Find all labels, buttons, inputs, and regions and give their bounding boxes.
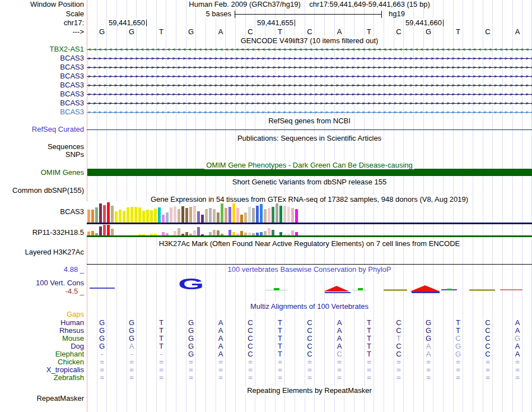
layered-h3k27ac-label[interactable]: Layered H3K27Ac xyxy=(0,248,84,256)
gtex-rp11-bars[interactable] xyxy=(87,225,300,235)
gtex-tissue-bar xyxy=(236,208,239,223)
gene-label-bcas3[interactable]: BCAS3 xyxy=(0,108,84,116)
conservation-mark xyxy=(412,291,440,293)
alignment-base: G xyxy=(452,350,464,358)
gene-label-tbx2-as1[interactable]: TBX2-AS1 xyxy=(0,45,84,53)
refseq-track-title: RefSeq genes from NCBI xyxy=(87,117,532,125)
multiz-title-text: Multiz Alignments of 100 Vertebrates xyxy=(249,302,370,311)
gene-label-bcas3[interactable]: BCAS3 xyxy=(0,54,84,62)
gtex-tissue-bar xyxy=(295,209,298,223)
base-letter: C xyxy=(304,28,316,36)
alignment-base: = xyxy=(393,358,405,366)
gtex-tissue-bar xyxy=(221,203,223,223)
gene-strand-arrows: >>>>>>>>>>>>>>>>>>>>>>>>>>>>>>>>>>>>>>>>… xyxy=(88,54,532,63)
alignment-base: = xyxy=(511,358,524,366)
gtex-tissue-bar xyxy=(174,206,176,223)
gtex-rp11-label[interactable]: RP11-332H18.5 xyxy=(0,229,84,237)
alignment-base: C xyxy=(244,350,256,358)
species-label-chicken[interactable]: Chicken xyxy=(0,358,84,366)
publications-sequences-label[interactable]: Sequences xyxy=(0,143,84,151)
gtex-bcas3-bars[interactable] xyxy=(87,201,300,223)
alignment-base: = xyxy=(96,374,108,382)
gtex-tissue-bar xyxy=(95,207,98,223)
alignment-base: C xyxy=(482,319,494,327)
base-letter: T xyxy=(363,28,375,36)
alignment-base: = xyxy=(125,374,138,382)
gene-label-bcas3[interactable]: BCAS3 xyxy=(0,81,84,89)
species-label-dog[interactable]: Dog xyxy=(0,342,84,350)
alignment-base: C xyxy=(482,350,494,358)
conservation-track-label[interactable]: 100 Vert. Cons xyxy=(0,279,84,287)
alignment-base: T xyxy=(363,342,375,350)
gtex-tissue-bar xyxy=(154,209,157,223)
gene-item-bcas3[interactable]: >>>>>>>>>>>>>>>>>>>>>>>>>>>>>>>>>>>>>>>>… xyxy=(87,63,532,72)
alignment-base: - xyxy=(155,350,167,358)
species-label-zebrafish[interactable]: Zebrafish xyxy=(0,374,84,382)
assembly-title: Human Feb. 2009 (GRCh37/hg19) xyxy=(187,0,302,8)
gtex-tissue-bar xyxy=(99,226,102,235)
gtex-tissue-bar xyxy=(193,206,196,223)
alignment-base: G xyxy=(185,350,197,358)
ruler-position-label: 59,441,655 xyxy=(235,19,293,27)
gene-item-bcas3[interactable]: >>>>>>>>>>>>>>>>>>>>>>>>>>>>>>>>>>>>>>>>… xyxy=(87,54,532,63)
omim-genes-label[interactable]: OMIM Genes xyxy=(0,169,84,177)
gene-item-bcas3[interactable]: >>>>>>>>>>>>>>>>>>>>>>>>>>>>>>>>>>>>>>>>… xyxy=(87,72,532,81)
species-label-rhesus[interactable]: Rhesus xyxy=(0,327,84,335)
alignment-base: T xyxy=(363,327,375,335)
multiz-track-title: Multiz Alignments of 100 Vertebrates xyxy=(87,303,532,311)
species-label-mouse[interactable]: Mouse xyxy=(0,335,84,342)
gtex-bcas3-label[interactable]: BCAS3 xyxy=(0,208,84,216)
gene-item-bcas3[interactable]: >>>>>>>>>>>>>>>>>>>>>>>>>>>>>>>>>>>>>>>>… xyxy=(87,108,532,117)
publications-snps-label[interactable]: SNPs xyxy=(0,151,84,159)
gtex-tissue-bar xyxy=(283,206,286,223)
gtex-title-text: Gene Expression in 54 tissues from GTEx … xyxy=(149,195,470,203)
alignment-base: A xyxy=(125,342,138,350)
species-label-elephant[interactable]: Elephant xyxy=(0,350,84,358)
dbsnp-title-text: Short Genetic Variants from dbSNP releas… xyxy=(231,178,389,186)
gtex-tissue-bar xyxy=(291,230,294,235)
gene-label-bcas3[interactable]: BCAS3 xyxy=(0,72,84,80)
alignment-base: = xyxy=(422,358,435,366)
scale-value: 5 bases xyxy=(143,10,232,18)
gene-strand-arrows: >>>>>>>>>>>>>>>>>>>>>>>>>>>>>>>>>>>>>>>>… xyxy=(88,90,532,99)
gtex-bcas3-baseline[interactable] xyxy=(87,223,532,224)
repeatmasker-label[interactable]: RepeatMasker xyxy=(0,395,84,402)
refseq-curated-item[interactable] xyxy=(87,129,532,130)
alignment-base: C xyxy=(244,319,256,327)
alignment-base: C xyxy=(244,335,256,342)
base-letter: G xyxy=(422,28,435,36)
gtex-tissue-bar xyxy=(158,207,161,223)
gene-label-bcas3[interactable]: BCAS3 xyxy=(0,99,84,107)
alignment-base: G xyxy=(452,342,464,350)
gene-label-bcas3[interactable]: BCAS3 xyxy=(0,63,84,71)
alignment-base: = xyxy=(274,374,286,382)
alignment-base: = xyxy=(185,366,197,374)
alignment-base: G xyxy=(96,327,108,335)
gene-item-tbx2-as1[interactable]: <<<<<<<<<<<<<<<<<<<<<<<<<<<<<<<<<<<<<<<<… xyxy=(87,45,532,54)
alignment-base: = xyxy=(244,358,256,366)
multiz-gaps-label[interactable]: Gaps xyxy=(0,311,84,318)
gtex-tissue-bar xyxy=(201,215,204,223)
gene-strand-arrows: >>>>>>>>>>>>>>>>>>>>>>>>>>>>>>>>>>>>>>>>… xyxy=(88,72,532,81)
alignment-base: A xyxy=(214,327,227,335)
alignment-base: T xyxy=(393,335,405,342)
gtex-rp11-baseline[interactable] xyxy=(87,235,532,237)
omim-gene-bar[interactable] xyxy=(87,169,532,176)
species-label-x_tropicalis[interactable]: X_tropicalis xyxy=(0,366,84,374)
conservation-mark xyxy=(500,289,522,290)
refseq-curated-label[interactable]: RefSeq Curated xyxy=(0,126,84,133)
scale-value-text: 5 bases xyxy=(204,10,232,18)
alignment-base: = xyxy=(244,366,256,374)
scale-bar xyxy=(235,14,382,15)
gene-item-bcas3[interactable]: >>>>>>>>>>>>>>>>>>>>>>>>>>>>>>>>>>>>>>>>… xyxy=(87,90,532,99)
alignment-base: T xyxy=(363,350,375,358)
alignment-base: C xyxy=(393,350,405,358)
alignment-base: A xyxy=(333,335,346,342)
species-label-human[interactable]: Human xyxy=(0,319,84,327)
gene-item-bcas3[interactable]: >>>>>>>>>>>>>>>>>>>>>>>>>>>>>>>>>>>>>>>>… xyxy=(87,81,532,90)
gtex-tissue-bar xyxy=(130,207,133,223)
common-dbsnp-label[interactable]: Common dbSNP(155) xyxy=(0,187,84,195)
publications-title-text: Publications: Sequences in Scientific Ar… xyxy=(236,134,383,142)
gene-item-bcas3[interactable]: >>>>>>>>>>>>>>>>>>>>>>>>>>>>>>>>>>>>>>>>… xyxy=(87,99,532,108)
gene-label-bcas3[interactable]: BCAS3 xyxy=(0,90,84,98)
